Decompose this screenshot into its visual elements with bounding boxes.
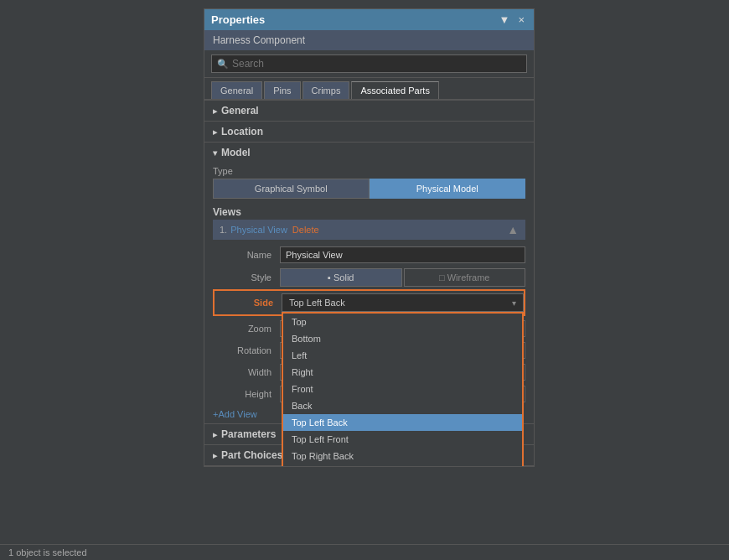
physical-view-title: Physical View <box>230 225 287 235</box>
height-label: Height <box>213 389 280 399</box>
style-buttons: ▪ Solid □ Wireframe <box>280 268 525 287</box>
location-arrow-icon: ▸ <box>213 127 217 137</box>
model-body: Type Graphical Symbol Physical Model Vie… <box>204 163 534 423</box>
tab-pins[interactable]: Pins <box>264 81 300 99</box>
dropdown-item-top-left-front[interactable]: Top Left Front <box>283 431 522 448</box>
parameters-arrow-icon: ▸ <box>213 430 217 439</box>
side-dropdown-list: Top Bottom Left Right Front Back Top Lef… <box>282 312 524 466</box>
views-section: Views 1. Physical View Delete ▲ Name <box>213 202 525 423</box>
model-section-label: Model <box>221 147 251 158</box>
model-arrow-icon: ▾ <box>213 148 217 158</box>
search-bar: 🔍 <box>204 50 534 78</box>
dropdown-item-top-right-front[interactable]: Top Right Front <box>283 464 522 466</box>
solid-style-btn[interactable]: ▪ Solid <box>280 268 402 287</box>
parameters-section-label: Parameters <box>221 428 276 440</box>
panel-header-controls: ▼ × <box>497 13 527 26</box>
location-section: ▸ Location <box>204 122 534 143</box>
dropdown-item-top-left-back[interactable]: Top Left Back <box>283 414 522 431</box>
zoom-label: Zoom <box>213 324 280 334</box>
solid-icon: ▪ <box>328 272 331 283</box>
dropdown-item-right[interactable]: Right <box>283 364 522 381</box>
style-row: Style ▪ Solid □ Wireframe <box>213 266 525 289</box>
pin-button[interactable]: ▼ <box>497 13 513 26</box>
collapse-physical-view-icon[interactable]: ▲ <box>507 223 519 236</box>
status-bar: 1 object is selected <box>0 544 729 560</box>
views-label: Views <box>213 202 525 220</box>
style-label: Style <box>213 272 280 283</box>
general-section-label: General <box>221 105 259 117</box>
subheader-text: Harness Component <box>213 34 305 46</box>
type-physical-model[interactable]: Physical Model <box>370 179 526 199</box>
physical-view-delete-link[interactable]: Delete <box>292 225 319 235</box>
panel-title: Properties <box>211 13 265 26</box>
side-dropdown-button[interactable]: Top Left Back ▾ <box>282 293 524 312</box>
tab-crimps[interactable]: Crimps <box>302 81 350 99</box>
panel-subheader: Harness Component <box>204 30 534 50</box>
model-section: ▾ Model Type Graphical Symbol Physical M… <box>204 143 534 424</box>
panel-header: Properties ▼ × <box>204 9 534 30</box>
width-label: Width <box>213 367 280 377</box>
location-section-label: Location <box>221 126 263 137</box>
model-section-header[interactable]: ▾ Model <box>204 143 534 163</box>
tab-general[interactable]: General <box>211 81 262 99</box>
tabs-bar: General Pins Crimps Associated Parts <box>204 78 534 100</box>
panel-body: ▸ General ▸ Location ▾ Model Type <box>204 100 534 466</box>
rotation-label: Rotation <box>213 345 280 355</box>
type-row: Type Graphical Symbol Physical Model <box>213 163 525 202</box>
search-input-wrap: 🔍 <box>211 54 527 73</box>
location-section-header[interactable]: ▸ Location <box>204 122 534 142</box>
wireframe-icon: □ <box>439 272 445 283</box>
side-row: Side Top Left Back ▾ Top Bottom Left <box>213 289 525 316</box>
close-button[interactable]: × <box>515 13 527 26</box>
name-input[interactable] <box>280 246 525 263</box>
dropdown-item-top-right-back[interactable]: Top Right Back <box>283 448 522 464</box>
search-input[interactable] <box>232 58 521 70</box>
general-section-header[interactable]: ▸ General <box>204 101 534 121</box>
physical-view-number: 1. <box>220 225 227 235</box>
dropdown-item-back[interactable]: Back <box>283 397 522 414</box>
part-choices-section-label: Part Choices <box>221 449 282 461</box>
wireframe-style-btn[interactable]: □ Wireframe <box>404 268 526 287</box>
side-dropdown-wrap: Top Left Back ▾ Top Bottom Left Right Fr… <box>282 293 524 312</box>
type-label: Type <box>213 166 233 176</box>
part-choices-arrow-icon: ▸ <box>213 451 217 460</box>
properties-panel: Properties ▼ × Harness Component 🔍 Gener… <box>204 8 535 467</box>
chevron-down-icon: ▾ <box>512 298 516 308</box>
dropdown-item-top[interactable]: Top <box>283 314 522 330</box>
physical-view-header: 1. Physical View Delete ▲ <box>213 220 525 240</box>
dropdown-item-left[interactable]: Left <box>283 347 522 364</box>
side-label: Side <box>215 298 282 308</box>
search-icon: 🔍 <box>217 59 229 70</box>
dropdown-item-front[interactable]: Front <box>283 381 522 397</box>
status-text: 1 object is selected <box>8 547 87 557</box>
name-row: Name <box>213 244 525 266</box>
general-arrow-icon: ▸ <box>213 106 217 116</box>
name-label: Name <box>213 250 280 260</box>
dropdown-item-bottom[interactable]: Bottom <box>283 330 522 347</box>
general-section: ▸ General <box>204 100 534 122</box>
side-dropdown-value: Top Left Back <box>289 298 345 308</box>
tab-associated-parts[interactable]: Associated Parts <box>351 81 439 99</box>
type-buttons: Graphical Symbol Physical Model <box>213 179 525 199</box>
type-graphical-symbol[interactable]: Graphical Symbol <box>213 179 370 199</box>
